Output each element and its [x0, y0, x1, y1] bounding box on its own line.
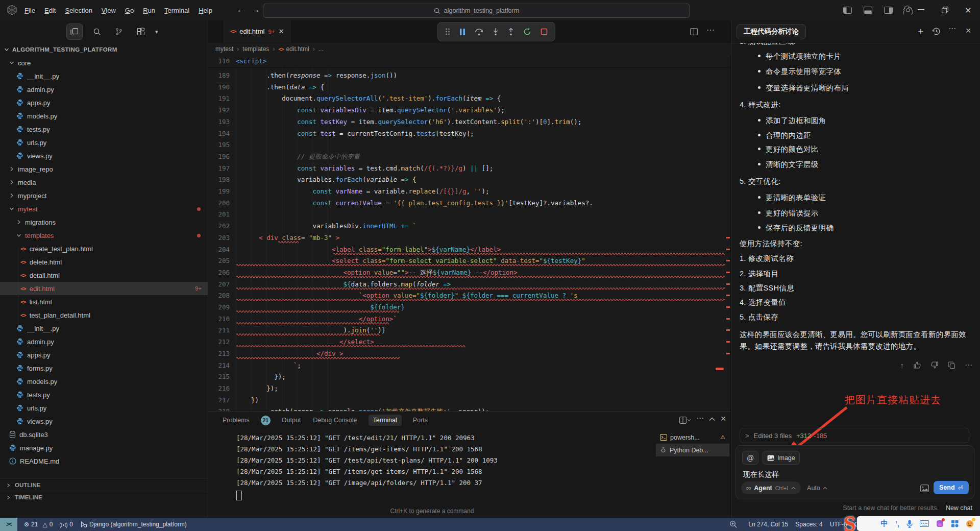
menu-file[interactable]: File: [20, 5, 39, 16]
tree-folder-core[interactable]: core: [0, 56, 208, 69]
code-line-214[interactable]: 214`;: [208, 359, 730, 371]
tab-edit-html[interactable]: <> edit.html 9+ ✕: [224, 20, 290, 42]
debug-pause-icon[interactable]: [459, 28, 465, 36]
tree-file-README.md[interactable]: README.md: [0, 454, 208, 468]
menu-edit[interactable]: Edit: [40, 5, 60, 16]
tree-file-__init__.py[interactable]: __init__.py: [0, 322, 208, 335]
indentation[interactable]: Spaces: 4: [792, 518, 826, 531]
panel-tab-problems[interactable]: Problems: [222, 415, 251, 426]
tree-file-tests.py[interactable]: tests.py: [0, 123, 208, 136]
code-line-199[interactable]: 199const varName = variable.replace(/[{}…: [208, 185, 730, 197]
code-line-196[interactable]: 196// 提取命令中的变量: [208, 151, 730, 162]
tree-file-apps.py[interactable]: apps.py: [0, 348, 208, 361]
settings-gear-icon[interactable]: [903, 6, 913, 15]
search-sidebar-icon[interactable]: [89, 24, 105, 39]
terminal-session-debug[interactable]: Python Deb...: [656, 444, 729, 456]
breadcrumb-item[interactable]: mytest: [215, 45, 233, 53]
code-line-202[interactable]: 202variablesDiv.innerHTML += `: [208, 220, 730, 232]
code-line-209[interactable]: 209${folder}: [208, 301, 730, 313]
code-editor[interactable]: 110<script>189.then(response => response…: [208, 55, 730, 431]
tree-file-apps.py[interactable]: apps.py: [0, 96, 208, 109]
agent-mode-selector[interactable]: ∞ Agent Ctrl+I: [741, 481, 801, 494]
code-line-212[interactable]: 212</select>: [208, 336, 730, 348]
restart-icon[interactable]: [523, 28, 531, 36]
tree-folder-myproject[interactable]: myproject: [0, 189, 208, 202]
close-panel-icon[interactable]: ✕: [720, 415, 726, 423]
breadcrumb-item[interactable]: ...: [318, 45, 324, 53]
code-line-195[interactable]: 195: [208, 139, 730, 151]
toggle-bottom-panel-icon[interactable]: [864, 7, 872, 14]
chat-tab[interactable]: 工程代码分析讨论: [737, 24, 806, 39]
panel-tab-debug-console[interactable]: Debug Console: [312, 415, 358, 426]
mention-chip[interactable]: @: [742, 451, 758, 465]
terminal-session-powershell[interactable]: powersh...⚠: [656, 431, 729, 444]
editor-more-actions-icon[interactable]: ⋯: [706, 25, 715, 35]
tree-file-edit.html[interactable]: <>edit.html9+: [0, 282, 208, 295]
nav-back-icon[interactable]: ←: [234, 4, 248, 15]
tree-file-db.sqlite3[interactable]: db.sqlite3: [0, 428, 208, 441]
maximize-panel-icon[interactable]: [709, 417, 715, 421]
split-editor-icon[interactable]: [690, 28, 698, 35]
attach-image-icon[interactable]: [920, 485, 929, 492]
code-line-201[interactable]: 201: [208, 208, 730, 220]
debug-drag-handle-icon[interactable]: [445, 28, 450, 35]
split-terminal-icon[interactable]: [679, 417, 691, 424]
tree-file-delete.html[interactable]: <>delete.html: [0, 255, 208, 269]
panel-tab-terminal[interactable]: Terminal: [369, 415, 402, 426]
code-line-198[interactable]: 198variables.forEach(variable => {: [208, 174, 730, 185]
scroll-up-icon[interactable]: ↑: [900, 361, 904, 370]
code-line-197[interactable]: 197const variables = test.cmd.match(/{(.…: [208, 162, 730, 174]
breadcrumb-item[interactable]: templates: [242, 45, 269, 53]
close-tab-icon[interactable]: ✕: [279, 28, 284, 35]
step-over-icon[interactable]: [475, 28, 483, 36]
more-actions-icon[interactable]: ⋯: [965, 360, 972, 370]
menu-run[interactable]: Run: [139, 5, 159, 16]
menu-view[interactable]: View: [97, 5, 120, 16]
code-line-193[interactable]: 193const testKey = item.querySelector('h…: [208, 116, 730, 128]
tree-folder-media[interactable]: media: [0, 176, 208, 189]
outline-section[interactable]: OUTLINE: [0, 478, 208, 491]
step-out-icon[interactable]: [508, 28, 514, 36]
tree-file-urls.py[interactable]: urls.py: [0, 401, 208, 415]
tree-file-urls.py[interactable]: urls.py: [0, 136, 208, 149]
menu-selection[interactable]: Selection: [61, 5, 96, 16]
tree-folder-image_repo[interactable]: image_repo: [0, 162, 208, 176]
code-line-203[interactable]: 203< div class= "mb-3" >: [208, 232, 730, 244]
tree-file-__init__.py[interactable]: __init__.py: [0, 69, 208, 83]
tree-file-views.py[interactable]: views.py: [0, 415, 208, 428]
restore-button[interactable]: [942, 7, 948, 13]
command-search-input[interactable]: algorithm_testing_platform: [263, 4, 690, 18]
remote-indicator[interactable]: ><: [0, 518, 17, 531]
nav-forward-icon[interactable]: →: [249, 4, 263, 15]
panel-tab-output[interactable]: Output: [281, 415, 302, 426]
code-line-192[interactable]: 192const variablesDiv = item.querySelect…: [208, 104, 730, 116]
toggle-left-sidebar-icon[interactable]: [843, 7, 852, 14]
breadcrumb-item[interactable]: edit.html: [286, 45, 309, 53]
code-line-207[interactable]: 207${data.folders.map(folder =>: [208, 278, 730, 290]
menu-terminal[interactable]: Terminal: [160, 5, 193, 16]
tree-file-create_test_plan.html[interactable]: <>create_test_plan.html: [0, 242, 208, 255]
toggle-right-sidebar-icon[interactable]: [884, 7, 893, 14]
cursor-position[interactable]: Ln 274, Col 15: [745, 518, 792, 531]
close-window-button[interactable]: ✕: [965, 6, 971, 15]
edited-files-row[interactable]: > Edited 3 files +312 -185: [740, 428, 969, 443]
tree-file-tests.py[interactable]: tests.py: [0, 388, 208, 401]
tree-file-admin.py[interactable]: admin.py: [0, 335, 208, 348]
tree-file-admin.py[interactable]: admin.py: [0, 83, 208, 96]
sogou-logo-icon[interactable]: S: [844, 512, 855, 531]
extensions-icon[interactable]: [133, 24, 149, 39]
tree-file-list.html[interactable]: <>list.html: [0, 295, 208, 308]
ports-status[interactable]: 0: [56, 518, 77, 531]
code-line-204[interactable]: 204<label class="form-label">${varName}<…: [208, 244, 730, 255]
menu-go[interactable]: Go: [121, 5, 138, 16]
minimize-button[interactable]: [918, 9, 924, 10]
model-selector[interactable]: Auto: [807, 485, 827, 492]
source-control-icon[interactable]: [111, 24, 127, 39]
mic-icon[interactable]: [906, 520, 913, 528]
emoji-icon[interactable]: [966, 520, 974, 528]
debug-session-status[interactable]: Django (algorithm_testing_platform): [77, 518, 190, 531]
code-line-191[interactable]: 191document.querySelectorAll('.test-item…: [208, 92, 730, 104]
tree-folder-mytest[interactable]: mytest: [0, 202, 208, 215]
breadcrumb[interactable]: mytest›templates›<>edit.html›...: [208, 43, 738, 55]
copy-icon[interactable]: [948, 361, 955, 369]
